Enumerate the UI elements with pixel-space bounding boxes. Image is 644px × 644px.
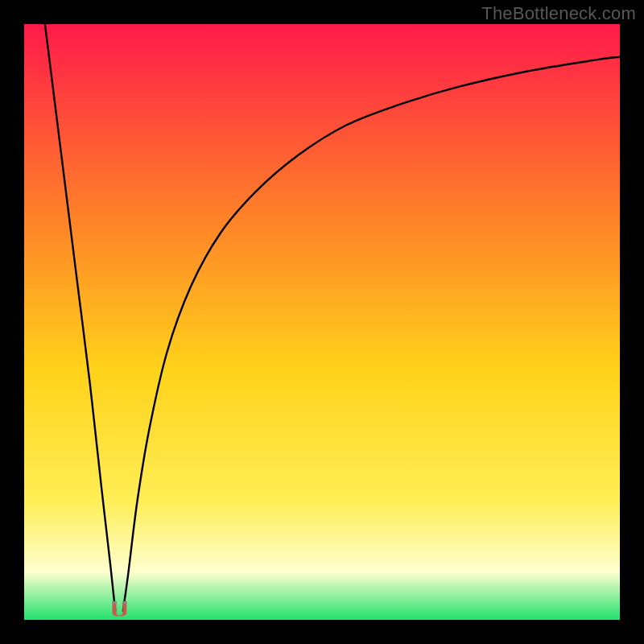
curve-right-branch	[123, 57, 620, 611]
chart-frame	[24, 24, 620, 620]
optimum-marker	[112, 601, 127, 617]
svg-rect-2	[122, 601, 127, 604]
curve-left-branch	[45, 24, 115, 611]
chart-curves	[24, 24, 620, 620]
svg-rect-1	[112, 601, 117, 604]
watermark-text: TheBottleneck.com	[481, 3, 636, 24]
